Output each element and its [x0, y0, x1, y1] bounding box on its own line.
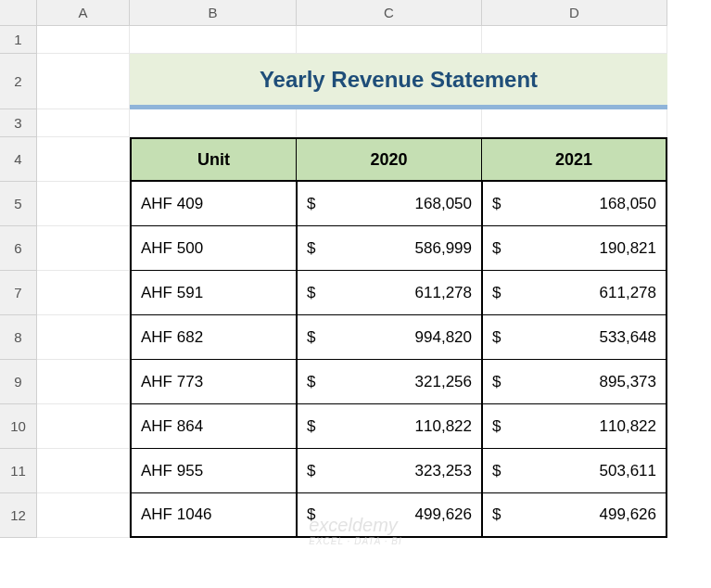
cell[interactable]	[130, 26, 297, 54]
amount-value: 895,373	[501, 373, 656, 391]
unit-cell[interactable]: AHF 773	[130, 360, 297, 404]
cell[interactable]	[37, 404, 130, 449]
amount-value: 321,256	[315, 373, 472, 391]
currency-symbol: $	[492, 284, 501, 302]
cell[interactable]	[37, 182, 130, 226]
header-label: 2021	[555, 150, 592, 170]
header-2021[interactable]: 2021	[482, 137, 667, 182]
amount-value: 190,821	[501, 239, 656, 258]
amount-value: 586,999	[315, 239, 472, 258]
value-2021-cell[interactable]: $110,822	[482, 404, 667, 449]
header-2020[interactable]: 2020	[297, 137, 482, 182]
currency-symbol: $	[492, 505, 501, 524]
cell[interactable]	[37, 315, 130, 360]
col-header-B[interactable]: B	[130, 0, 297, 26]
cell[interactable]	[37, 360, 130, 404]
unit-cell[interactable]: AHF 500	[130, 226, 297, 271]
value-2021-cell[interactable]: $611,278	[482, 271, 667, 315]
cell[interactable]	[37, 54, 130, 109]
row-header-10[interactable]: 10	[0, 404, 37, 449]
unit-value: AHF 1046	[141, 505, 212, 524]
cell[interactable]	[37, 137, 130, 182]
value-2020-cell[interactable]: $586,999	[297, 226, 482, 271]
currency-symbol: $	[492, 195, 501, 213]
value-2020-cell[interactable]: $611,278	[297, 271, 482, 315]
amount-value: 994,820	[315, 328, 472, 347]
currency-symbol: $	[307, 195, 315, 213]
amount-value: 110,822	[501, 417, 656, 436]
value-2020-cell[interactable]: $994,820	[297, 315, 482, 360]
row-header-12[interactable]: 12	[0, 493, 37, 538]
row-header-4[interactable]: 4	[0, 137, 37, 182]
cell[interactable]	[37, 109, 130, 137]
col-header-C[interactable]: C	[297, 0, 482, 26]
cell[interactable]	[130, 109, 297, 137]
currency-symbol: $	[492, 239, 501, 258]
unit-value: AHF 773	[141, 373, 203, 391]
currency-symbol: $	[307, 462, 315, 480]
title-cell[interactable]: Yearly Revenue Statement	[130, 54, 667, 109]
row-header-6[interactable]: 6	[0, 226, 37, 271]
unit-value: AHF 500	[141, 239, 203, 258]
header-label: Unit	[197, 150, 230, 170]
cell[interactable]	[37, 271, 130, 315]
row-header-2[interactable]: 2	[0, 54, 37, 109]
value-2021-cell[interactable]: $895,373	[482, 360, 667, 404]
row-header-7[interactable]: 7	[0, 271, 37, 315]
unit-value: AHF 864	[141, 417, 203, 436]
row-header-8[interactable]: 8	[0, 315, 37, 360]
amount-value: 533,648	[501, 328, 656, 347]
row-header-3[interactable]: 3	[0, 109, 37, 137]
amount-value: 168,050	[315, 195, 472, 213]
currency-symbol: $	[492, 328, 501, 347]
amount-value: 611,278	[315, 284, 472, 302]
row-header-11[interactable]: 11	[0, 449, 37, 493]
amount-value: 323,253	[315, 462, 472, 480]
unit-cell[interactable]: AHF 1046	[130, 493, 297, 538]
cell[interactable]	[37, 26, 130, 54]
value-2021-cell[interactable]: $503,611	[482, 449, 667, 493]
currency-symbol: $	[492, 462, 501, 480]
unit-cell[interactable]: AHF 864	[130, 404, 297, 449]
col-header-A[interactable]: A	[37, 0, 130, 26]
amount-value: 499,626	[315, 505, 472, 524]
value-2021-cell[interactable]: $499,626	[482, 493, 667, 538]
cell[interactable]	[37, 449, 130, 493]
cell[interactable]	[482, 26, 667, 54]
currency-symbol: $	[492, 417, 501, 436]
amount-value: 611,278	[501, 284, 656, 302]
value-2020-cell[interactable]: $499,626	[297, 493, 482, 538]
unit-cell[interactable]: AHF 955	[130, 449, 297, 493]
unit-cell[interactable]: AHF 682	[130, 315, 297, 360]
value-2021-cell[interactable]: $168,050	[482, 182, 667, 226]
value-2020-cell[interactable]: $323,253	[297, 449, 482, 493]
cell[interactable]	[482, 109, 667, 137]
value-2020-cell[interactable]: $110,822	[297, 404, 482, 449]
header-unit[interactable]: Unit	[130, 137, 297, 182]
cell[interactable]	[297, 26, 482, 54]
amount-value: 499,626	[501, 505, 656, 524]
currency-symbol: $	[307, 373, 315, 391]
value-2021-cell[interactable]: $190,821	[482, 226, 667, 271]
unit-cell[interactable]: AHF 591	[130, 271, 297, 315]
unit-value: AHF 409	[141, 195, 203, 213]
row-header-5[interactable]: 5	[0, 182, 37, 226]
page-title: Yearly Revenue Statement	[260, 67, 538, 93]
amount-value: 503,611	[501, 462, 656, 480]
cell[interactable]	[37, 226, 130, 271]
currency-symbol: $	[307, 328, 315, 347]
value-2020-cell[interactable]: $321,256	[297, 360, 482, 404]
select-all-corner[interactable]	[0, 0, 37, 26]
header-label: 2020	[370, 150, 407, 170]
value-2021-cell[interactable]: $533,648	[482, 315, 667, 360]
amount-value: 168,050	[501, 195, 656, 213]
spreadsheet-grid: ABCD12Yearly Revenue Statement34Unit2020…	[0, 0, 711, 538]
row-header-1[interactable]: 1	[0, 26, 37, 54]
value-2020-cell[interactable]: $168,050	[297, 182, 482, 226]
cell[interactable]	[297, 109, 482, 137]
currency-symbol: $	[307, 505, 315, 524]
row-header-9[interactable]: 9	[0, 360, 37, 404]
cell[interactable]	[37, 493, 130, 538]
col-header-D[interactable]: D	[482, 0, 667, 26]
unit-cell[interactable]: AHF 409	[130, 182, 297, 226]
